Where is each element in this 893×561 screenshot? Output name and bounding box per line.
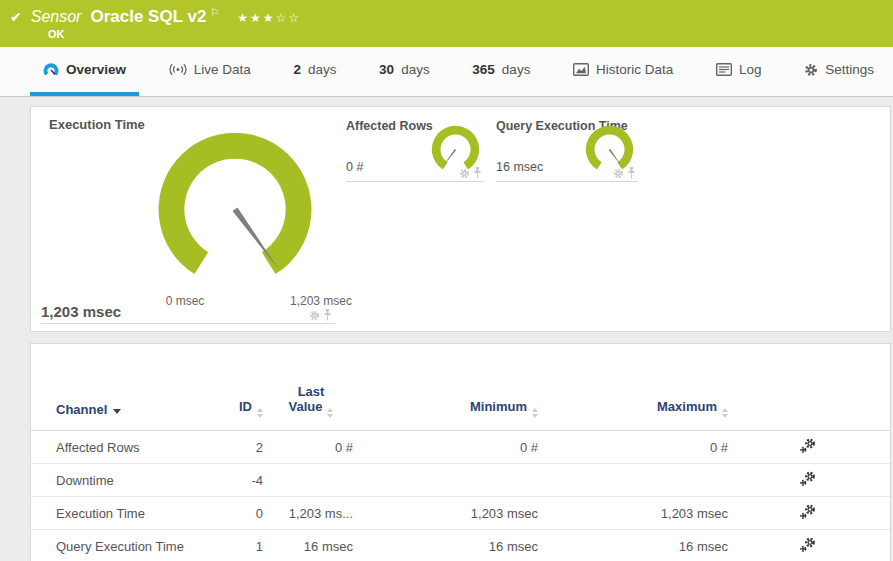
gauge-cell-affected-rows: Affected Rows 0 # <box>346 117 484 182</box>
gear-icon <box>804 63 818 77</box>
gauge-arc <box>586 126 633 170</box>
tab-live-data[interactable]: Live Data <box>156 47 264 96</box>
column-header-id[interactable]: ID <box>216 344 266 431</box>
column-label: ID <box>239 399 252 414</box>
channel-minimum: 16 msec <box>356 530 541 561</box>
column-label: Value <box>289 399 323 414</box>
gauge-current-value: 1,203 msec <box>41 303 121 320</box>
tab-2-days[interactable]: 2 days <box>280 47 349 96</box>
tab-label: Historic Data <box>596 62 673 77</box>
sort-icon <box>532 408 538 418</box>
channel-last-value: 0 # <box>266 431 356 464</box>
gauge-settings-gear-icon[interactable] <box>459 168 470 179</box>
tab-overview[interactable]: Overview <box>30 47 139 96</box>
gauge-current-value: 0 # <box>346 160 363 174</box>
gauge-current-value: 16 msec <box>496 160 543 174</box>
gauge-arc <box>432 126 479 170</box>
priority-flag-icon[interactable]: ⚐ <box>210 7 219 18</box>
channel-last-value <box>266 464 356 497</box>
status-badge: OK <box>48 28 65 40</box>
tab-365-days[interactable]: 365 days <box>459 47 543 96</box>
channel-table-panel: Channel ID Last Value Minimum Maximum <box>30 343 891 561</box>
tab-label: days <box>401 62 430 77</box>
tab-number: 2 <box>293 62 301 77</box>
channel-settings-gears-icon[interactable] <box>799 438 817 457</box>
channel-id: 0 <box>216 497 266 530</box>
gauge-max-label: 1,203 msec <box>275 294 367 308</box>
channel-maximum: 16 msec <box>541 530 731 561</box>
gauge-arc <box>159 133 312 274</box>
channel-maximum <box>541 464 731 497</box>
gauge-min-label: 0 msec <box>149 294 221 308</box>
column-label: Maximum <box>657 399 717 414</box>
gauge-icon <box>43 62 59 78</box>
gauge-settings-gear-icon[interactable] <box>613 168 624 179</box>
broadcast-icon <box>169 63 187 76</box>
tab-label: Live Data <box>194 62 251 77</box>
channel-name[interactable]: Query Execution Time <box>31 530 216 561</box>
status-check-icon: ✔ <box>10 9 22 25</box>
channel-id: 1 <box>216 530 266 561</box>
tab-label: Overview <box>66 62 126 77</box>
table-row: Query Execution Time 1 16 msec 16 msec 1… <box>31 530 890 561</box>
tab-log[interactable]: Log <box>703 47 775 96</box>
overview-gauges-panel: Execution Time 0 msec 1,203 msec 1,203 m… <box>30 106 891 332</box>
chart-icon <box>573 63 589 77</box>
tab-historic-data[interactable]: Historic Data <box>560 47 686 96</box>
column-label: Channel <box>56 402 107 417</box>
gauge-cell-query-execution-time: Query Execution Time 16 msec <box>496 117 638 182</box>
sort-icon <box>257 408 263 418</box>
channel-maximum: 1,203 msec <box>541 497 731 530</box>
gauge-settings-gear-icon[interactable] <box>309 310 320 321</box>
channel-table: Channel ID Last Value Minimum Maximum <box>31 344 890 561</box>
channel-maximum: 0 # <box>541 431 731 464</box>
column-header-last-value[interactable]: Last Value <box>266 344 356 431</box>
table-row: Affected Rows 2 0 # 0 # 0 # <box>31 431 890 464</box>
channel-id: -4 <box>216 464 266 497</box>
tab-label: days <box>308 62 337 77</box>
sort-desc-icon <box>113 409 121 414</box>
column-label: Last <box>298 384 325 399</box>
tab-label: Log <box>739 62 762 77</box>
gauge-cell-divider <box>41 323 335 324</box>
column-header-maximum[interactable]: Maximum <box>541 344 731 431</box>
sort-icon <box>327 408 333 418</box>
gauge-pin-icon[interactable] <box>627 167 636 179</box>
channel-last-value: 1,203 ms... <box>266 497 356 530</box>
channel-name[interactable]: Affected Rows <box>31 431 216 464</box>
sensor-header-bar: ✔ Sensor Oracle SQL v2 ⚐ ★★★☆☆ OK <box>0 0 893 47</box>
tab-bar: Overview Live Data 2 days 30 days 365 da… <box>0 47 893 97</box>
column-header-channel[interactable]: Channel <box>31 344 216 431</box>
channel-settings-gears-icon[interactable] <box>799 471 817 490</box>
channel-last-value: 16 msec <box>266 530 356 561</box>
tab-label: Settings <box>825 62 874 77</box>
tab-30-days[interactable]: 30 days <box>366 47 443 96</box>
priority-stars[interactable]: ★★★☆☆ <box>237 11 301 25</box>
channel-minimum: 1,203 msec <box>356 497 541 530</box>
table-row: Downtime -4 <box>31 464 890 497</box>
tab-number: 30 <box>379 62 394 77</box>
page-title: Oracle SQL v2 <box>90 7 206 27</box>
channel-name[interactable]: Execution Time <box>31 497 216 530</box>
table-row: Execution Time 0 1,203 ms... 1,203 msec … <box>31 497 890 530</box>
log-icon <box>716 63 732 76</box>
column-header-minimum[interactable]: Minimum <box>356 344 541 431</box>
gauge-pin-icon[interactable] <box>473 167 482 179</box>
sensor-kicker: Sensor <box>31 8 82 26</box>
gauge-title-execution-time: Execution Time <box>49 117 145 132</box>
channel-minimum <box>356 464 541 497</box>
channel-settings-gears-icon[interactable] <box>799 504 817 523</box>
channel-id: 2 <box>216 431 266 464</box>
column-label: Minimum <box>470 399 527 414</box>
gauge-pin-icon[interactable] <box>323 309 332 321</box>
tab-number: 365 <box>472 62 495 77</box>
column-header-actions <box>731 344 890 431</box>
tab-settings[interactable]: Settings <box>791 47 887 96</box>
tab-label: days <box>502 62 531 77</box>
channel-minimum: 0 # <box>356 431 541 464</box>
channel-name[interactable]: Downtime <box>31 464 216 497</box>
channel-settings-gears-icon[interactable] <box>799 537 817 556</box>
execution-time-gauge <box>149 129 321 282</box>
sort-icon <box>722 408 728 418</box>
